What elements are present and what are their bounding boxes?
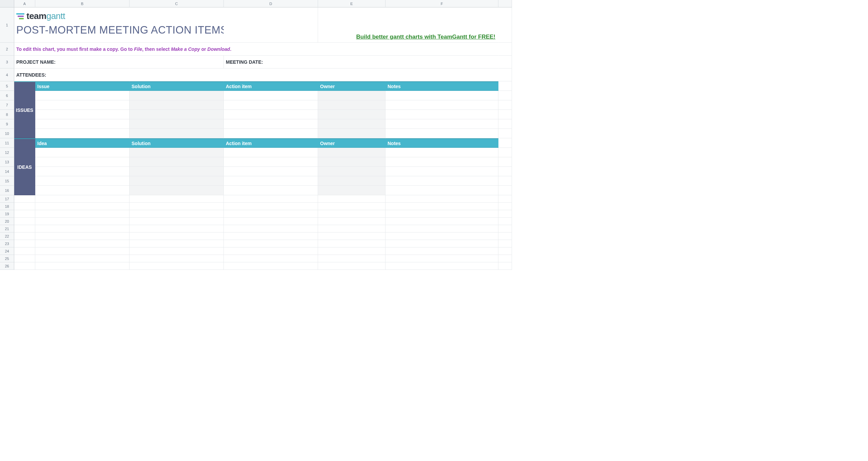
cell-f15[interactable] [386,176,498,186]
cell-b19[interactable] [35,210,130,218]
cell-e25[interactable] [318,255,386,262]
cell-overflow-13[interactable] [498,157,512,167]
cell-e9[interactable] [318,119,386,129]
cell-e8[interactable] [318,110,386,119]
cell-d10[interactable] [224,129,318,138]
ideas-col-solution[interactable]: Solution [130,138,224,148]
cell-f7[interactable] [386,100,498,110]
row-header-4[interactable]: 4 [0,68,14,81]
cell-c21[interactable] [130,225,224,233]
ideas-col-notes[interactable]: Notes [386,138,498,148]
cell-d17[interactable] [224,195,318,203]
cell-overflow-12[interactable] [498,148,512,157]
row-header-15[interactable]: 15 [0,176,14,186]
cell-f26[interactable] [386,262,498,270]
cell-b25[interactable] [35,255,130,262]
cell-overflow-14[interactable] [498,167,512,176]
cell-f12[interactable] [386,148,498,157]
cell-c25[interactable] [130,255,224,262]
cell-f6[interactable] [386,91,498,100]
cell-a24[interactable] [14,247,35,255]
row-header-2[interactable]: 2 [0,43,14,56]
cell-d12[interactable] [224,148,318,157]
cell-a17[interactable] [14,195,35,203]
cell-d23[interactable] [224,240,318,247]
cell-c9[interactable] [130,119,224,129]
ideas-col-idea[interactable]: Idea [35,138,130,148]
cell-overflow-23[interactable] [498,240,512,247]
row-header-6[interactable]: 6 [0,91,14,100]
cell-e13[interactable] [318,157,386,167]
cell-e14[interactable] [318,167,386,176]
row-header-23[interactable]: 23 [0,240,14,247]
cell-e26[interactable] [318,262,386,270]
cell-e10[interactable] [318,129,386,138]
cell-overflow-20[interactable] [498,218,512,225]
cell-a18[interactable] [14,203,35,210]
cell-f10[interactable] [386,129,498,138]
cell-b23[interactable] [35,240,130,247]
cell-c15[interactable] [130,176,224,186]
cell-f19[interactable] [386,210,498,218]
row-header-7[interactable]: 7 [0,100,14,110]
cell-overflow-6[interactable] [498,91,512,100]
cell-d6[interactable] [224,91,318,100]
cell-e18[interactable] [318,203,386,210]
cell-overflow-7[interactable] [498,100,512,110]
cell-e23[interactable] [318,240,386,247]
cell-overflow-3[interactable] [498,56,512,68]
cell-d16[interactable] [224,186,318,195]
col-header-f[interactable]: F [386,0,498,7]
col-header-b[interactable]: B [35,0,130,7]
cell-e19[interactable] [318,210,386,218]
cell-d14[interactable] [224,167,318,176]
cell-f16[interactable] [386,186,498,195]
cell-f25[interactable] [386,255,498,262]
cell-b21[interactable] [35,225,130,233]
row-header-9[interactable]: 9 [0,119,14,129]
cell-e7[interactable] [318,100,386,110]
cell-a3[interactable]: PROJECT NAME: [14,56,130,68]
cell-b10[interactable] [35,129,130,138]
cell-a26[interactable] [14,262,35,270]
cell-e16[interactable] [318,186,386,195]
cell-a21[interactable] [14,225,35,233]
cell-d13[interactable] [224,157,318,167]
issues-col-owner[interactable]: Owner [318,81,386,91]
row-header-16[interactable]: 16 [0,186,14,195]
cell-b9[interactable] [35,119,130,129]
row-header-22[interactable]: 22 [0,233,14,240]
cell-d9[interactable] [224,119,318,129]
cell-c10[interactable] [130,129,224,138]
cell-b20[interactable] [35,218,130,225]
col-header-e[interactable]: E [318,0,386,7]
cell-d15[interactable] [224,176,318,186]
cell-overflow-8[interactable] [498,110,512,119]
cell-e24[interactable] [318,247,386,255]
cell-c17[interactable] [130,195,224,203]
cell-c24[interactable] [130,247,224,255]
cell-f22[interactable] [386,233,498,240]
cell-overflow-16[interactable] [498,186,512,195]
select-all-corner[interactable] [0,0,14,7]
col-header-a[interactable]: A [14,0,35,7]
row-header-3[interactable]: 3 [0,56,14,68]
cell-e6[interactable] [318,91,386,100]
cell-overflow-25[interactable] [498,255,512,262]
cell-c3[interactable] [130,56,224,68]
cell-overflow-11[interactable] [498,138,512,148]
cell-d21[interactable] [224,225,318,233]
cell-e22[interactable] [318,233,386,240]
cell-d3[interactable]: MEETING DATE: [224,56,498,68]
cell-f14[interactable] [386,167,498,176]
cell-overflow-22[interactable] [498,233,512,240]
cell-d19[interactable] [224,210,318,218]
cell-a22[interactable] [14,233,35,240]
cell-b7[interactable] [35,100,130,110]
row-header-5[interactable]: 5 [0,81,14,91]
cell-a19[interactable] [14,210,35,218]
cell-c22[interactable] [130,233,224,240]
cell-b17[interactable] [35,195,130,203]
cell-e21[interactable] [318,225,386,233]
row-header-25[interactable]: 25 [0,255,14,262]
